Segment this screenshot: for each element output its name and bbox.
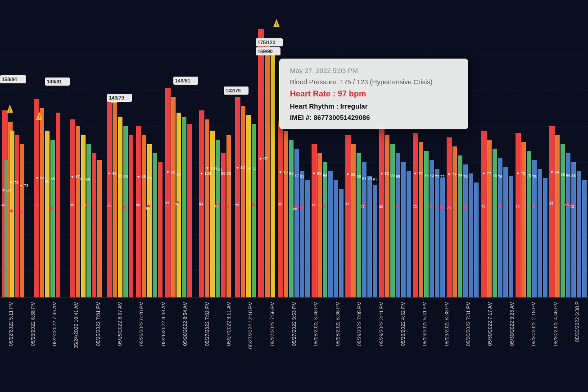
svg-text:73: 73 <box>24 183 28 188</box>
xaxis-label-text: 05/30/2022 9:23 AM <box>509 301 515 346</box>
svg-text:91: 91 <box>300 174 304 179</box>
xaxis-label: 05/30/2022 7:17 AM <box>479 301 501 346</box>
chart-area: ! ! ! ! 158/84 146/81 143/79 149/81 142/… <box>0 0 588 297</box>
svg-point-166 <box>50 207 54 210</box>
xaxis-label: 05/30/2022 7:31 PM <box>457 301 479 346</box>
svg-rect-59 <box>158 162 163 297</box>
svg-rect-121 <box>521 142 526 297</box>
svg-text:93: 93 <box>283 170 288 174</box>
svg-text:♥: ♥ <box>347 172 349 177</box>
svg-rect-132 <box>582 180 587 297</box>
svg-text:87: 87 <box>75 174 80 179</box>
xaxis-label: 05/30/2022 2:18 PM <box>523 301 544 346</box>
svg-rect-68 <box>216 140 220 297</box>
xaxis-label: 05/24/2022 10:41 AM <box>65 301 87 349</box>
svg-text:80: 80 <box>240 165 245 170</box>
xaxis-label-text: 05/24/2022 7:36 AM <box>52 301 57 346</box>
svg-point-265 <box>463 206 466 209</box>
svg-text:74: 74 <box>312 203 316 207</box>
svg-text:85: 85 <box>86 178 90 182</box>
svg-text:86: 86 <box>571 173 576 178</box>
svg-rect-44 <box>70 119 75 297</box>
svg-rect-83 <box>305 180 310 297</box>
svg-text:86: 86 <box>171 170 175 174</box>
svg-text:75: 75 <box>532 174 537 179</box>
svg-text:65: 65 <box>278 202 282 206</box>
tooltip-bp: Blood Pressure: 175 / 123 (Hypertensive … <box>290 78 457 86</box>
svg-rect-49 <box>97 160 102 297</box>
svg-text:75: 75 <box>481 205 485 209</box>
svg-rect-80 <box>289 140 294 297</box>
xaxis-label-text: 05/29/2022 6:38 PM <box>444 301 449 346</box>
svg-text:73: 73 <box>235 203 239 207</box>
svg-rect-113 <box>474 182 479 297</box>
xaxis-label: 05/25/2022 8:07 AM <box>109 301 131 346</box>
svg-rect-82 <box>300 171 304 297</box>
svg-text:94: 94 <box>555 170 559 174</box>
svg-text:77: 77 <box>294 173 299 178</box>
svg-rect-50 <box>107 95 112 297</box>
svg-rect-114 <box>481 131 487 297</box>
svg-rect-94 <box>367 176 372 297</box>
svg-rect-111 <box>463 164 468 297</box>
svg-rect-53 <box>123 126 128 297</box>
xaxis-label: 05/26/2022 6:20 PM <box>131 301 152 346</box>
xaxis-label: 05/27/2022 9:11 AM <box>218 301 240 346</box>
svg-rect-72 <box>241 106 245 297</box>
svg-text:169/90: 169/90 <box>258 49 273 54</box>
svg-text:86: 86 <box>323 173 327 178</box>
svg-rect-37 <box>15 135 19 297</box>
svg-text:75: 75 <box>447 206 451 210</box>
svg-rect-47 <box>86 144 91 297</box>
svg-text:♥: ♥ <box>71 174 73 179</box>
xaxis-label-text: 05/23/2022 6:38 PM <box>30 301 36 346</box>
xaxis-labels: 05/22/2022 5:11 PM 05/23/2022 6:38 PM 05… <box>0 298 588 392</box>
svg-rect-71 <box>235 97 240 297</box>
svg-rect-101 <box>407 171 411 297</box>
xaxis-label: 05/27/2022 7:02 PM <box>196 301 217 346</box>
svg-text:88: 88 <box>317 171 321 176</box>
svg-text:84: 84 <box>176 172 181 177</box>
svg-text:♥: ♥ <box>551 170 553 174</box>
svg-rect-57 <box>147 144 152 297</box>
svg-point-231 <box>323 205 326 208</box>
svg-point-165 <box>36 204 39 207</box>
svg-text:76: 76 <box>493 173 497 178</box>
svg-rect-128 <box>561 144 565 297</box>
svg-text:88: 88 <box>549 201 553 205</box>
svg-text:142/79: 142/79 <box>226 88 241 93</box>
svg-rect-56 <box>142 135 146 297</box>
svg-rect-102 <box>413 133 418 297</box>
svg-text:78: 78 <box>521 171 525 176</box>
svg-text:83: 83 <box>289 171 294 176</box>
svg-text:!: ! <box>38 115 40 120</box>
svg-text:♥: ♥ <box>137 174 140 179</box>
svg-rect-58 <box>153 153 157 297</box>
svg-text:!: ! <box>9 108 10 113</box>
xaxis-label-text: 05/28/2022 3:46 PM <box>313 301 318 346</box>
xaxis-label: 05/23/2022 6:38 PM <box>22 301 43 346</box>
xaxis-label-text: 05/30/2022 4:46 PM <box>553 301 558 346</box>
svg-rect-130 <box>571 162 576 297</box>
xaxis-label-text: 05/26/2022 8:48 AM <box>161 301 166 346</box>
svg-text:81: 81 <box>362 177 366 181</box>
svg-rect-97 <box>385 135 389 297</box>
svg-rect-89 <box>339 189 344 297</box>
svg-text:♥: ♥ <box>167 170 169 174</box>
svg-text:158/84: 158/84 <box>2 77 18 82</box>
xaxis-label-text: 05/25/2022 7:01 PM <box>95 301 101 346</box>
svg-point-180 <box>123 206 127 209</box>
svg-text:85: 85 <box>396 174 400 179</box>
xaxis: 05/22/2022 5:11 PM 05/23/2022 6:38 PM 05… <box>0 297 588 392</box>
svg-rect-98 <box>390 144 395 297</box>
svg-point-272 <box>498 205 501 208</box>
svg-rect-64 <box>187 124 192 297</box>
svg-text:♥: ♥ <box>36 176 38 180</box>
svg-text:77: 77 <box>435 174 439 179</box>
svg-rect-103 <box>419 142 423 297</box>
xaxis-label: 05/30/2022 4:46 PM <box>544 301 566 346</box>
svg-text:84: 84 <box>199 202 203 206</box>
svg-text:♥: ♥ <box>313 171 315 176</box>
svg-rect-77 <box>271 50 275 297</box>
svg-rect-79 <box>284 131 288 297</box>
